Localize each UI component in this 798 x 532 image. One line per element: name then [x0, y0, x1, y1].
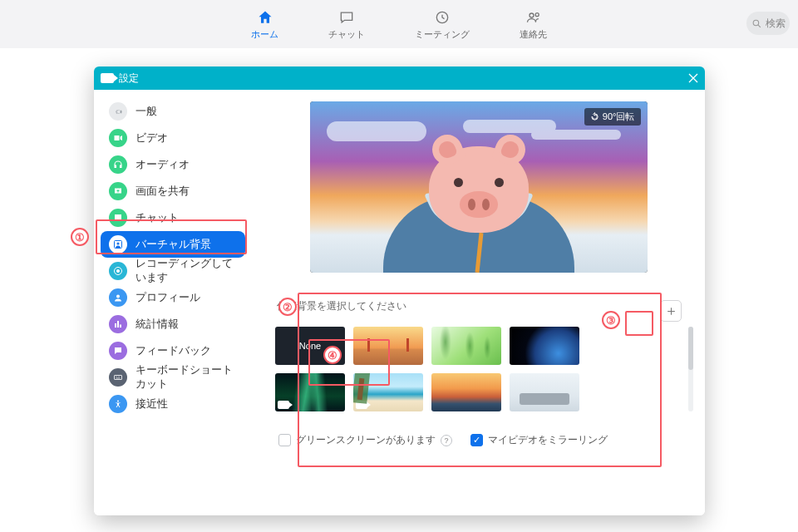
mirror-option[interactable]: ✓ マイビデオをミラーリング — [470, 433, 608, 447]
sidebar-item-label: プロフィール — [135, 291, 200, 305]
bg-option-bridge[interactable] — [353, 327, 423, 365]
accessibility-icon — [109, 395, 127, 413]
top-nav: ホーム チャット ミーティング 連絡先 検索 — [0, 0, 798, 48]
bg-option-aurora[interactable] — [275, 373, 345, 411]
home-icon — [256, 8, 274, 27]
sidebar-item-label: 接近性 — [135, 397, 168, 411]
settings-sidebar: 一般 ビデオ オーディオ 画面を共有 チャット バーチャル背景 レコーディングし… — [94, 90, 252, 515]
search-icon — [751, 18, 762, 29]
annotation-2-num: ② — [278, 298, 297, 316]
nav-label: 連絡先 — [520, 28, 547, 41]
bg-option-earth[interactable] — [510, 327, 579, 365]
help-icon[interactable]: ? — [441, 435, 452, 446]
stats-icon — [109, 315, 127, 333]
rotate-label: 90°回転 — [603, 111, 635, 123]
sidebar-item-label: ビデオ — [135, 131, 168, 145]
svg-point-7 — [116, 269, 120, 273]
none-label: None — [299, 341, 321, 351]
headphones-icon — [109, 155, 127, 174]
settings-modal: 設定 一般 ビデオ オーディオ 画面を共有 チャット バーチャル背景 レコーディ… — [94, 66, 705, 515]
checkbox-label: マイビデオをミラーリング — [488, 433, 608, 447]
video-badge-icon — [356, 401, 367, 409]
search-label: 検索 — [766, 17, 786, 31]
sidebar-item-label: チャット — [135, 211, 179, 225]
plus-icon — [666, 306, 677, 317]
svg-point-13 — [117, 401, 119, 402]
svg-rect-12 — [115, 376, 122, 380]
svg-point-11 — [120, 349, 121, 350]
bg-option-grass[interactable] — [431, 327, 501, 365]
bg-option-sunset[interactable] — [431, 373, 501, 411]
modal-title: 設定 — [119, 71, 139, 86]
add-background-button[interactable] — [660, 300, 682, 322]
sidebar-item-shortcuts[interactable]: キーボードショートカット — [101, 364, 245, 391]
bg-option-room[interactable] — [510, 373, 579, 411]
nav-contacts[interactable]: 連絡先 — [520, 8, 547, 41]
rotate-button[interactable]: 90°回転 — [584, 108, 641, 126]
app-icon — [101, 73, 114, 83]
svg-point-10 — [118, 349, 119, 350]
sidebar-item-profile[interactable]: プロフィール — [101, 284, 245, 311]
sidebar-item-audio[interactable]: オーディオ — [101, 151, 245, 178]
main-pane: 90°回転 仮想背景を選択してください None — [252, 90, 705, 515]
svg-point-9 — [116, 349, 117, 350]
video-preview: 90°回転 — [310, 101, 648, 273]
annotation-3-num: ③ — [602, 311, 620, 329]
sidebar-item-share[interactable]: 画面を共有 — [101, 178, 245, 204]
sidebar-item-feedback[interactable]: フィードバック — [101, 337, 245, 364]
checkbox[interactable] — [278, 434, 291, 446]
svg-point-1 — [530, 13, 534, 17]
svg-point-8 — [116, 295, 120, 298]
close-icon — [688, 73, 698, 83]
sidebar-item-virtual-bg[interactable]: バーチャル背景 — [101, 231, 245, 258]
contacts-icon — [525, 8, 543, 27]
nav-meetings[interactable]: ミーティング — [415, 8, 470, 41]
search-box[interactable]: 検索 — [746, 12, 790, 35]
sidebar-item-stats[interactable]: 統計情報 — [101, 311, 245, 337]
sidebar-item-label: 一般 — [135, 105, 157, 119]
sidebar-item-label: キーボードショートカット — [135, 363, 237, 392]
sidebar-item-recording[interactable]: レコーディングしています — [101, 258, 245, 284]
checkbox[interactable]: ✓ — [470, 434, 483, 446]
checkbox-label: グリーンスクリーンがあります — [296, 433, 436, 447]
preview-person — [354, 156, 603, 273]
nav-chat[interactable]: チャット — [328, 8, 365, 41]
nav-label: ミーティング — [415, 28, 470, 41]
nav-home[interactable]: ホーム — [251, 8, 278, 41]
feedback-icon — [109, 342, 127, 360]
svg-point-2 — [535, 12, 539, 16]
thumbnails-scrollbar[interactable] — [688, 327, 693, 411]
sidebar-item-label: レコーディングしています — [135, 257, 237, 285]
pig-avatar — [425, 146, 533, 241]
sidebar-item-label: 統計情報 — [135, 318, 179, 332]
sidebar-item-label: フィードバック — [135, 344, 211, 358]
bg-option-beach[interactable] — [353, 373, 423, 411]
modal-titlebar: 設定 — [94, 66, 705, 90]
chat-icon — [337, 8, 356, 27]
sidebar-item-accessibility[interactable]: 接近性 — [101, 391, 245, 417]
record-icon — [109, 262, 127, 280]
share-icon — [109, 182, 127, 200]
annotation-1-num: ① — [71, 228, 89, 246]
green-screen-option[interactable]: グリーンスクリーンがあります ? — [278, 433, 452, 447]
annotation-4-num: ④ — [323, 346, 342, 364]
nav-label: ホーム — [251, 28, 278, 41]
svg-point-5 — [117, 243, 120, 245]
options-row: グリーンスクリーンがあります ? ✓ マイビデオをミラーリング — [275, 433, 682, 447]
sidebar-item-general[interactable]: 一般 — [101, 98, 245, 125]
sidebar-item-label: 画面を共有 — [135, 185, 190, 199]
sidebar-item-video[interactable]: ビデオ — [101, 125, 245, 151]
video-icon — [109, 129, 127, 147]
sidebar-item-chat[interactable]: チャット — [101, 204, 245, 231]
preview-clouds — [327, 121, 426, 141]
rotate-icon — [590, 112, 599, 121]
close-button[interactable] — [688, 71, 698, 86]
gear-icon — [109, 102, 127, 121]
user-icon — [109, 288, 127, 307]
keyboard-icon — [109, 368, 127, 387]
clock-icon — [433, 8, 451, 27]
sidebar-item-label: バーチャル背景 — [135, 238, 211, 252]
svg-point-3 — [753, 20, 759, 26]
video-badge-icon — [278, 401, 289, 409]
sidebar-item-label: オーディオ — [135, 158, 190, 172]
